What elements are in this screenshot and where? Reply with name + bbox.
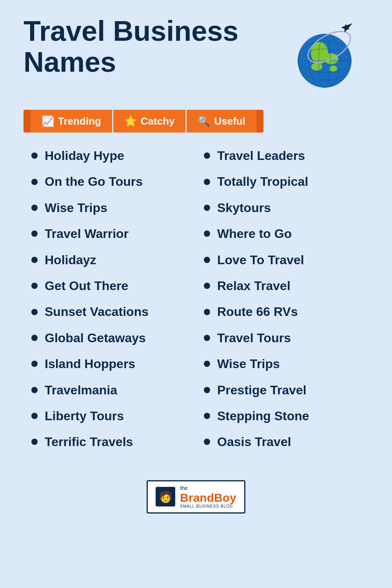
bullet	[31, 179, 38, 185]
item-text: Wise Trips	[217, 356, 280, 371]
lists-container: Holiday Hype On the Go Tours Wise Trips …	[24, 148, 368, 461]
item-text: Travel Tours	[217, 330, 291, 345]
bullet	[204, 439, 210, 445]
bullet	[204, 283, 210, 289]
bullet	[31, 309, 38, 315]
list-item: Travel Tours	[204, 330, 361, 345]
svg-point-3	[311, 63, 322, 71]
svg-marker-12	[341, 21, 354, 33]
item-text: Oasis Travel	[217, 434, 291, 449]
bullet	[204, 387, 210, 393]
item-text: Wise Trips	[45, 200, 107, 215]
list-item: Relax Travel	[204, 278, 361, 293]
item-text: Terrific Travels	[45, 434, 133, 449]
list-item: Oasis Travel	[204, 434, 361, 449]
item-text: Liberty Tours	[45, 408, 124, 423]
list-item: Prestige Travel	[204, 383, 361, 397]
globe-icon	[290, 20, 361, 90]
item-text: Travel Warrior	[45, 226, 129, 241]
item-text: Route 66 RVs	[217, 304, 298, 319]
right-list-column: Travel Leaders Totally Tropical Skytours…	[196, 148, 368, 461]
useful-icon: 🔍	[198, 115, 210, 127]
list-item: Stepping Stone	[204, 408, 361, 423]
list-item: Wise Trips	[31, 200, 188, 215]
bullet	[31, 361, 38, 367]
list-item: Island Hoppers	[31, 356, 188, 371]
list-item: Global Getaways	[31, 330, 188, 345]
catchy-icon: ⭐	[124, 115, 137, 127]
item-text: Global Getaways	[45, 330, 146, 345]
item-text: Prestige Travel	[217, 383, 307, 397]
list-item: Liberty Tours	[31, 408, 188, 423]
item-text: On the Go Tours	[45, 174, 143, 189]
list-item: Terrific Travels	[31, 434, 188, 449]
footer: 🧑 the BrandBoy SMALL BUSINESS BLOG	[24, 472, 368, 521]
right-accent	[256, 110, 263, 132]
list-item: Route 66 RVs	[204, 304, 361, 319]
bullet	[204, 413, 210, 419]
bullet	[31, 257, 38, 263]
list-item: Travel Warrior	[31, 226, 188, 241]
tag-trending: 📈 Trending	[31, 110, 112, 132]
item-text: Travel Leaders	[217, 148, 305, 163]
bullet	[31, 152, 38, 159]
bullet	[204, 230, 210, 237]
item-text: Get Out There	[45, 278, 128, 293]
tag-catchy: ⭐ Catchy	[113, 110, 186, 132]
logo-sub-text: SMALL BUSINESS BLOG	[180, 504, 236, 508]
item-text: Holidayz	[45, 252, 96, 267]
list-item: Holiday Hype	[31, 148, 188, 163]
bullet	[204, 361, 210, 367]
item-text: Island Hoppers	[45, 356, 135, 371]
logo-icon: 🧑	[156, 487, 175, 506]
bullet	[31, 283, 38, 289]
item-text: Travelmania	[45, 383, 117, 397]
bullet	[31, 387, 38, 393]
title-block: Travel Business Names	[24, 16, 238, 78]
item-text: Relax Travel	[217, 278, 290, 293]
header: Travel Business Names	[24, 16, 368, 98]
logo-the: the	[180, 485, 236, 491]
list-item: Love To Travel	[204, 252, 361, 267]
list-item: On the Go Tours	[31, 174, 188, 189]
item-text: Sunset Vacations	[45, 304, 149, 319]
item-text: Totally Tropical	[217, 174, 308, 189]
list-item: Totally Tropical	[204, 174, 361, 189]
bullet	[204, 257, 210, 263]
page-wrapper: Travel Business Names	[0, 0, 392, 588]
tags-bar: 📈 Trending ⭐ Catchy 🔍 Useful	[24, 110, 368, 132]
list-item: Sunset Vacations	[31, 304, 188, 319]
item-text: Where to Go	[217, 226, 292, 241]
bullet	[31, 205, 38, 211]
list-item: Holidayz	[31, 252, 188, 267]
list-item: Travel Leaders	[204, 148, 361, 163]
bullet	[31, 439, 38, 445]
list-item: Get Out There	[31, 278, 188, 293]
tag-catchy-label: Catchy	[141, 115, 175, 127]
bullet	[204, 152, 210, 159]
left-list-column: Holiday Hype On the Go Tours Wise Trips …	[24, 148, 196, 461]
bullet	[204, 179, 210, 185]
brandboylogo: 🧑 the BrandBoy SMALL BUSINESS BLOG	[147, 480, 245, 514]
trending-icon: 📈	[42, 115, 54, 127]
bullet	[31, 413, 38, 419]
tag-trending-label: Trending	[58, 115, 101, 127]
bullet	[204, 205, 210, 211]
left-accent	[24, 110, 31, 132]
logo-text-block: the BrandBoy SMALL BUSINESS BLOG	[180, 485, 236, 508]
item-text: Holiday Hype	[45, 148, 124, 163]
list-item: Where to Go	[204, 226, 361, 241]
tag-useful: 🔍 Useful	[187, 110, 256, 132]
bullet	[204, 335, 210, 341]
item-text: Skytours	[217, 200, 271, 215]
list-item: Travelmania	[31, 383, 188, 397]
bullet	[31, 335, 38, 341]
logo-brand-name: BrandBoy	[180, 491, 236, 504]
item-text: Love To Travel	[217, 252, 304, 267]
tag-useful-label: Useful	[214, 115, 245, 127]
list-item: Skytours	[204, 200, 361, 215]
item-text: Stepping Stone	[217, 408, 309, 423]
main-title: Travel Business Names	[24, 16, 238, 78]
globe-container	[290, 20, 368, 98]
bullet	[31, 230, 38, 237]
